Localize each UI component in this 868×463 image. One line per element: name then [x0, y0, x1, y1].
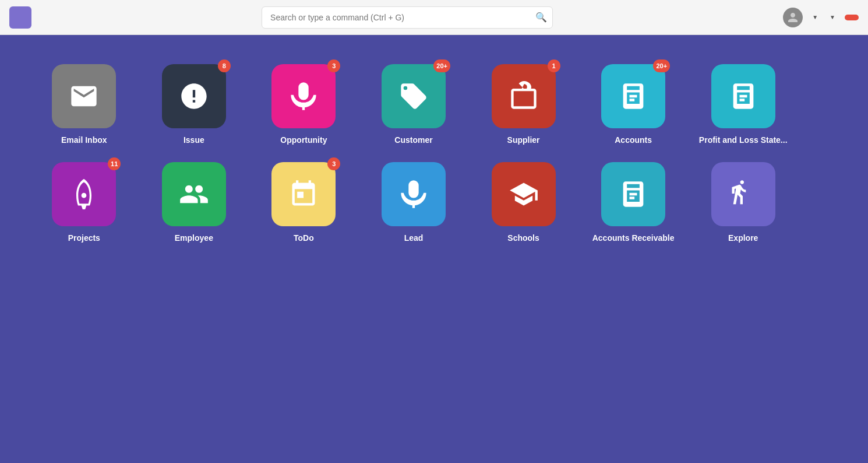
- app-icon-wrapper-profit-loss: [711, 64, 775, 128]
- app-icon-wrapper-accounts-receivable: [601, 162, 665, 226]
- badge-customer: 20+: [433, 59, 450, 72]
- app-icon-explore: [711, 162, 775, 226]
- app-icon-opportunity: [271, 64, 336, 128]
- avatar: [783, 8, 803, 27]
- app-icon-lead: [382, 162, 446, 226]
- app-label-accounts: Accounts: [615, 135, 652, 145]
- app-icon-wrapper-schools: [492, 162, 556, 226]
- search-icon: 🔍: [535, 12, 547, 23]
- user-dropdown-icon: ▼: [812, 14, 818, 20]
- topbar: 🔍 ▼ ▼: [0, 0, 868, 35]
- app-icon-issue: [162, 64, 226, 128]
- app-label-supplier: Supplier: [507, 135, 540, 145]
- app-label-profit-loss: Profit and Loss State...: [699, 135, 788, 145]
- badge-projects: 11: [108, 157, 121, 170]
- badge-opportunity: 3: [327, 59, 340, 72]
- app-item-profit-loss[interactable]: Profit and Loss State...: [694, 64, 792, 145]
- app-icon-wrapper-issue: 8: [162, 64, 226, 128]
- app-item-projects[interactable]: 11Projects: [35, 162, 133, 243]
- app-item-supplier[interactable]: 1Supplier: [474, 64, 573, 145]
- app-icon-accounts: [601, 64, 665, 128]
- app-item-todo[interactable]: 3ToDo: [255, 162, 353, 243]
- notifications-button[interactable]: [845, 15, 859, 20]
- app-item-accounts[interactable]: 20+Accounts: [584, 64, 683, 145]
- app-label-employee: Employee: [175, 233, 213, 243]
- app-icon-todo: [271, 162, 336, 226]
- app-icon-schools: [492, 162, 556, 226]
- app-item-opportunity[interactable]: 3Opportunity: [255, 64, 353, 145]
- badge-accounts: 20+: [653, 59, 670, 72]
- app-icon-wrapper-supplier: 1: [492, 64, 556, 128]
- app-label-todo: ToDo: [294, 233, 314, 243]
- app-item-employee[interactable]: Employee: [145, 162, 244, 243]
- app-icon-wrapper-employee: [162, 162, 226, 226]
- app-icon-wrapper-explore: [711, 162, 775, 226]
- app-item-email-inbox[interactable]: Email Inbox: [35, 64, 133, 145]
- app-item-schools[interactable]: Schools: [474, 162, 573, 243]
- app-icon-profit-loss: [711, 64, 775, 128]
- app-icon-email-inbox: [52, 64, 116, 128]
- help-button[interactable]: ▼: [827, 14, 835, 20]
- app-icon-accounts-receivable: [601, 162, 665, 226]
- search-input[interactable]: [262, 6, 553, 29]
- app-icon-wrapper-lead: [382, 162, 446, 226]
- app-icon-projects: [52, 162, 116, 226]
- app-label-schools: Schools: [507, 233, 539, 243]
- app-icon-wrapper-email-inbox: [52, 64, 116, 128]
- app-icon-employee: [162, 162, 226, 226]
- app-icon-wrapper-projects: 11: [52, 162, 116, 226]
- app-label-email-inbox: Email Inbox: [61, 135, 107, 145]
- app-label-projects: Projects: [68, 233, 100, 243]
- app-icon-wrapper-todo: 3: [271, 162, 336, 226]
- app-item-accounts-receivable[interactable]: Accounts Receivable: [584, 162, 683, 243]
- app-item-customer[interactable]: 20+Customer: [365, 64, 463, 145]
- app-item-issue[interactable]: 8Issue: [145, 64, 244, 145]
- app-logo[interactable]: [9, 6, 31, 29]
- app-label-opportunity: Opportunity: [280, 135, 327, 145]
- search-bar: 🔍: [262, 6, 553, 29]
- app-label-lead: Lead: [404, 233, 424, 243]
- app-grid: Email Inbox8Issue3Opportunity20+Customer…: [35, 64, 792, 243]
- app-label-issue: Issue: [184, 135, 204, 145]
- help-dropdown-icon: ▼: [830, 14, 835, 20]
- badge-supplier: 1: [548, 59, 560, 72]
- app-icon-wrapper-customer: 20+: [382, 64, 446, 128]
- user-info[interactable]: ▼: [783, 8, 818, 27]
- app-label-explore: Explore: [728, 233, 758, 243]
- app-icon-wrapper-opportunity: 3: [271, 64, 336, 128]
- topbar-right: ▼ ▼: [783, 8, 859, 27]
- badge-issue: 8: [218, 59, 231, 72]
- app-item-lead[interactable]: Lead: [365, 162, 463, 243]
- app-icon-supplier: [492, 64, 556, 128]
- app-label-accounts-receivable: Accounts Receivable: [592, 233, 675, 243]
- app-label-customer: Customer: [394, 135, 432, 145]
- badge-todo: 3: [327, 157, 340, 170]
- app-item-explore[interactable]: Explore: [694, 162, 792, 243]
- main-content: Email Inbox8Issue3Opportunity20+Customer…: [0, 35, 868, 463]
- app-icon-customer: [382, 64, 446, 128]
- app-icon-wrapper-accounts: 20+: [601, 64, 665, 128]
